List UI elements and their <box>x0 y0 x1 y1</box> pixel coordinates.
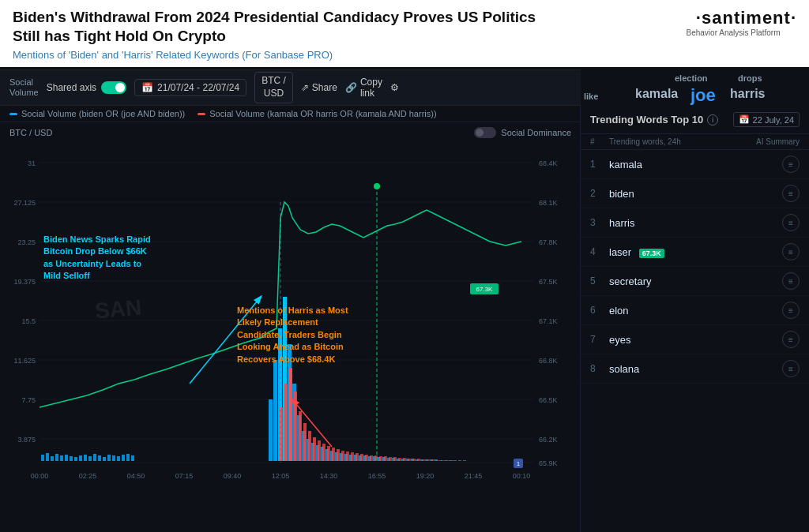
svg-rect-130 <box>398 458 401 461</box>
trending-row[interactable]: 6 elon ≡ <box>581 296 809 325</box>
ai-6[interactable]: ≡ <box>744 302 800 319</box>
svg-point-143 <box>374 183 380 189</box>
trending-row[interactable]: 4 laser 67.3K ≡ <box>581 238 809 267</box>
legend-label-2: Social Volume (kamala OR harris OR (kama… <box>209 109 436 118</box>
svg-text:11.625: 11.625 <box>13 357 36 365</box>
rank-6: 6 <box>590 305 609 316</box>
svg-rect-123 <box>365 455 368 461</box>
word-cloud-word[interactable]: harris <box>730 87 765 101</box>
copy-link-button[interactable]: 🔗 Copylink <box>345 77 382 99</box>
ai-3[interactable]: ≡ <box>744 214 800 231</box>
trending-row[interactable]: 2 biden ≡ <box>581 179 809 208</box>
logo-text: ·santiment· <box>670 8 796 28</box>
btc-label-row: BTC / USD Social Dominance <box>0 125 581 140</box>
svg-rect-41 <box>60 455 63 461</box>
svg-text:00:10: 00:10 <box>513 472 531 480</box>
word-cloud-word[interactable]: drops <box>738 73 762 83</box>
svg-text:14:30: 14:30 <box>320 472 338 480</box>
svg-rect-53 <box>117 456 120 461</box>
col-num: # <box>590 137 609 146</box>
svg-rect-98 <box>463 460 466 461</box>
svg-rect-110 <box>303 423 307 461</box>
trending-row[interactable]: 5 secretary ≡ <box>581 267 809 296</box>
logo-sub: Behavior Analysis Platform <box>670 28 796 37</box>
word-biden: biden <box>609 188 744 200</box>
ai-4[interactable]: ≡ <box>744 243 800 260</box>
badge-67k: 67.3K <box>639 249 664 258</box>
word-secretary: secretary <box>609 275 744 287</box>
svg-text:09:40: 09:40 <box>224 472 242 480</box>
word-cloud-word[interactable]: joe <box>690 85 716 106</box>
word-cloud-word[interactable]: election <box>675 73 708 83</box>
rank-2: 2 <box>590 188 609 199</box>
svg-rect-120 <box>351 452 354 461</box>
ai-2[interactable]: ≡ <box>744 185 800 202</box>
word-cloud-word[interactable]: kamala <box>635 87 678 101</box>
svg-text:19:20: 19:20 <box>416 472 435 480</box>
trending-row[interactable]: 8 solana ≡ <box>581 354 809 384</box>
date-range[interactable]: 📅 21/07/24 - 22/07/24 <box>134 79 246 96</box>
word-harris: harris <box>609 217 744 229</box>
svg-rect-138 <box>436 460 439 461</box>
shared-axis[interactable]: Shared axis <box>47 81 126 94</box>
ai-8[interactable]: ≡ <box>744 360 800 377</box>
svg-rect-56 <box>131 455 134 461</box>
word-cloud-word[interactable]: like <box>584 92 598 101</box>
header: Biden's Withdrawal From 2024 Presidentia… <box>0 0 809 67</box>
svg-rect-57 <box>269 399 273 461</box>
svg-text:15.5: 15.5 <box>21 317 36 325</box>
svg-rect-122 <box>360 454 363 461</box>
svg-text:12:05: 12:05 <box>272 472 290 480</box>
right-panel: Trending Words Top 10 i 📅 22 July, 24 # … <box>580 106 809 532</box>
svg-rect-114 <box>322 444 325 461</box>
trending-title-text: Trending Words Top 10 <box>590 114 703 126</box>
svg-text:3.875: 3.875 <box>17 436 36 444</box>
social-dominance-toggle[interactable] <box>474 127 496 138</box>
shared-axis-toggle[interactable] <box>101 81 126 94</box>
trending-row[interactable]: 3 harris ≡ <box>581 208 809 238</box>
social-dominance[interactable]: Social Dominance <box>474 127 571 138</box>
svg-rect-46 <box>84 455 87 461</box>
ai-7[interactable]: ≡ <box>744 331 800 348</box>
gear-icon: ⚙ <box>390 82 399 93</box>
rank-4: 4 <box>590 246 609 257</box>
ai-5[interactable]: ≡ <box>744 272 800 290</box>
currency-badge[interactable]: BTC /USD <box>254 72 293 103</box>
svg-text:27.125: 27.125 <box>13 199 36 207</box>
calendar-icon-small: 📅 <box>739 114 750 125</box>
svg-rect-113 <box>318 440 321 461</box>
svg-text:67.1K: 67.1K <box>539 317 558 325</box>
share-button[interactable]: ⇗ Share <box>301 82 337 93</box>
svg-text:19.375: 19.375 <box>13 278 36 286</box>
settings-button[interactable]: ⚙ <box>390 82 399 93</box>
trending-date-text: 22 July, 24 <box>753 115 794 125</box>
ai-1[interactable]: ≡ <box>744 155 800 173</box>
share-icon: ⇗ <box>301 82 309 93</box>
svg-rect-115 <box>327 446 330 461</box>
trending-row[interactable]: 1 kamala ≡ <box>581 150 809 179</box>
svg-rect-124 <box>370 455 373 461</box>
svg-rect-39 <box>51 456 54 461</box>
legend-item-1: Social Volume (biden OR (joe AND biden)) <box>9 109 185 118</box>
svg-rect-128 <box>389 457 392 461</box>
shared-axis-label: Shared axis <box>47 82 96 93</box>
svg-rect-132 <box>408 459 411 461</box>
trending-header: Trending Words Top 10 i 📅 22 July, 24 <box>581 106 809 134</box>
col-word: Trending words, 24h <box>609 137 744 146</box>
toolbar: SocialVolume Shared axis 📅 21/07/24 - 22… <box>0 69 581 106</box>
svg-rect-49 <box>98 455 101 461</box>
santiment-logo: ·santiment· Behavior Analysis Platform <box>670 8 796 37</box>
svg-text:67.8K: 67.8K <box>539 238 558 246</box>
svg-rect-55 <box>126 454 130 461</box>
trending-date[interactable]: 📅 22 July, 24 <box>733 112 800 127</box>
svg-rect-126 <box>379 456 382 461</box>
svg-rect-139 <box>441 460 444 461</box>
svg-rect-136 <box>427 459 430 461</box>
word-eyes: eyes <box>609 334 744 346</box>
article-subtitle: Mentions of 'Biden' and 'Harris' Related… <box>13 49 670 61</box>
svg-rect-140 <box>446 460 449 461</box>
svg-text:68.4K: 68.4K <box>539 159 558 167</box>
trending-columns: # Trending words, 24h AI Summary <box>581 134 809 150</box>
svg-text:00:00: 00:00 <box>31 472 49 480</box>
trending-row[interactable]: 7 eyes ≡ <box>581 325 809 354</box>
